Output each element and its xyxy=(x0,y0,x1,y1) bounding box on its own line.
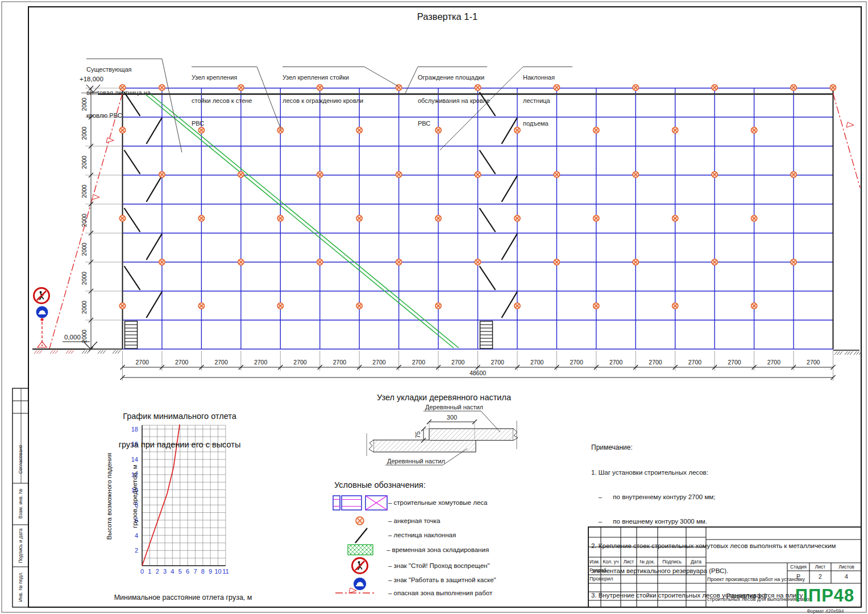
legend-label-helmet-sign: – знак "Работать в защитной каске" xyxy=(388,576,496,584)
no-entry-sign-icon xyxy=(40,291,42,293)
callout-inclined-ladder: Наклонная лестница подъема xyxy=(523,59,555,143)
danger-flag-icon xyxy=(349,588,356,593)
break-mark xyxy=(513,429,518,441)
chart-x-tick-label: 10 xyxy=(214,568,221,575)
soil-hatch xyxy=(848,351,850,355)
node-dim-width: 300 xyxy=(439,414,465,421)
callout-leader xyxy=(162,59,182,153)
soil-hatch xyxy=(85,350,88,354)
soil-hatch xyxy=(71,350,74,354)
dim-label-bay: 2700 xyxy=(649,359,662,366)
dim-label-bay: 2700 xyxy=(688,359,702,366)
helmet-sign-icon xyxy=(356,585,364,586)
chart-y-axis-label: Высота возможного падения грузов, предме… xyxy=(88,425,156,567)
soil-hatch xyxy=(118,350,121,354)
danger-flag-icon xyxy=(92,194,99,200)
side-label-agreed: Согласовано xyxy=(18,445,23,474)
dim-label-bay: 2700 xyxy=(807,359,820,366)
dim-label-level: 2000 xyxy=(81,214,88,227)
soil-hatch xyxy=(845,351,848,355)
soil-hatch xyxy=(103,350,106,354)
legend-title: Условные обозначения: xyxy=(334,480,426,491)
chart-x-tick-label: 1 xyxy=(148,568,151,575)
node-label-deck-top: Деревянный настил xyxy=(425,404,483,411)
tb-sheets-value: 4 xyxy=(831,573,862,580)
legend-label-storage-zone: – временная зона складирования xyxy=(387,546,489,554)
soil-hatch xyxy=(101,350,103,354)
chart-x-tick-label: 9 xyxy=(209,568,212,575)
dim-label-level: 2000 xyxy=(81,243,88,256)
chart-x-tick-label: 6 xyxy=(186,568,189,575)
danger-zone-line xyxy=(833,93,861,188)
callout-wall-attachment: Узел крепления стойки лесов к стене РВС xyxy=(192,59,252,143)
tb-col-podpis: Подпись xyxy=(658,559,686,565)
soil-hatch xyxy=(69,350,72,354)
legend-label-danger-zone: – опасная зона выполнения работ xyxy=(388,589,492,597)
chart-x-tick-label: 2 xyxy=(156,568,159,575)
chart-x-tick-label: 11 xyxy=(222,568,229,575)
tb-sheet-label: Лист xyxy=(809,564,831,570)
callout-service-platform-rail: Ограждение площадки обслуживания на кров… xyxy=(418,59,490,143)
dim-label-bay: 2700 xyxy=(570,359,583,366)
danger-post-icon xyxy=(40,318,43,321)
inclined-ladder-icon xyxy=(502,176,517,202)
node-label-deck-bottom: Деревянный настил xyxy=(387,458,445,465)
inclined-ladder-icon xyxy=(355,528,367,543)
side-label-podpis: Подпись и дата xyxy=(18,528,23,563)
chart-x-tick-label: 0 xyxy=(140,568,144,575)
page-title: Развертка 1-1 xyxy=(348,11,547,22)
notes-title: Примечание: xyxy=(591,443,633,451)
dim-label-bay: 2700 xyxy=(293,359,307,366)
dim-label-level: 2000 xyxy=(81,156,88,169)
drawing-sheet: 2000200020002000200020002000200020002700… xyxy=(0,0,868,614)
dim-label-bay: 2700 xyxy=(214,359,228,366)
soil-hatch xyxy=(39,350,42,354)
tb-col-list: Лист xyxy=(621,559,637,565)
soil-hatch xyxy=(857,351,859,355)
soil-hatch xyxy=(34,350,37,354)
tb-project-title: Проект производства работ на установку с… xyxy=(707,563,786,614)
chart-x-tick-label: 4 xyxy=(171,568,174,575)
legend-label-no-entry-sign: – знак "Стой! Проход воспрещен" xyxy=(388,562,489,570)
node-detail-title: Узел укладки деревянного настила xyxy=(359,393,529,403)
node-dim-height: 75 xyxy=(414,428,422,442)
callout-leader xyxy=(364,67,398,87)
format-note: Формат 420х594 xyxy=(789,608,862,614)
chart-x-tick-label: 8 xyxy=(201,568,205,575)
dim-label-level: 2000 xyxy=(81,272,88,285)
callout-spiral-stair: Существующая винтовая лестница на кровлю… xyxy=(86,51,151,135)
dim-label-bay: 2700 xyxy=(491,359,505,366)
tb-col-data: Дата xyxy=(686,559,706,565)
callout-roof-rail-attachment: Узел крепления стойки лесов к ограждению… xyxy=(283,59,363,120)
dim-label-level: 2000 xyxy=(81,330,88,343)
scaffold-icon xyxy=(333,496,340,510)
tb-drawing-name: Развертка 1-1 xyxy=(707,592,786,600)
callout-leader xyxy=(257,67,281,130)
dim-label-bay: 2700 xyxy=(372,359,386,366)
soil-hatch xyxy=(837,351,840,355)
callout-leader xyxy=(405,67,418,94)
chart-x-axis-label: Минимальное расстояние отлета груза, м В… xyxy=(103,576,263,614)
dim-label-level: 2000 xyxy=(81,185,88,198)
inclined-ladder-icon xyxy=(147,292,162,318)
inclined-ladder-icon xyxy=(480,150,496,174)
soil-hatch xyxy=(55,350,58,354)
dim-label-total: 48600 xyxy=(470,370,486,376)
legend-label-inclined-ladder: – лестница наклонная xyxy=(388,531,456,539)
soil-hatch xyxy=(37,350,40,354)
elevation-bottom: 0,000 xyxy=(64,333,81,341)
soil-hatch xyxy=(850,351,853,355)
tb-row-developed: Разраб. xyxy=(589,567,608,574)
tb-stage-value: Р xyxy=(787,573,809,580)
dim-label-bay: 2700 xyxy=(175,359,189,366)
elevation-top: +18,000 xyxy=(80,75,103,83)
soil-hatch xyxy=(113,350,115,354)
tb-sheet-value: 2 xyxy=(809,573,831,580)
chart-x-tick-label: 7 xyxy=(193,568,197,575)
soil-hatch xyxy=(854,351,857,355)
no-entry-sign-icon xyxy=(358,561,360,563)
hatch-line xyxy=(348,547,356,555)
legend-label-anchor-point: – анкерная точка xyxy=(388,517,440,525)
inclined-ladder-icon xyxy=(124,150,140,174)
dim-label-bay: 2700 xyxy=(136,359,149,366)
